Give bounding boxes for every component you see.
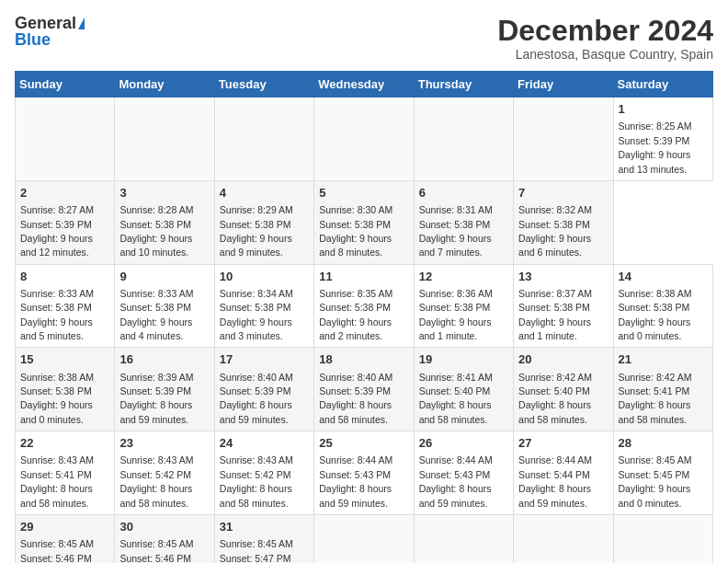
sunset-info: Sunset: 5:38 PM — [419, 302, 491, 313]
calendar-cell — [214, 98, 313, 181]
day-number: 29 — [20, 519, 109, 535]
calendar-cell — [414, 514, 513, 563]
daylight-info: Daylight: 9 hours and 9 minutes. — [220, 233, 292, 258]
day-of-week-header: Wednesday — [314, 72, 414, 98]
sunrise-info: Sunrise: 8:35 AM — [319, 288, 392, 299]
day-number: 5 — [319, 185, 408, 201]
daylight-info: Daylight: 8 hours and 58 minutes. — [319, 399, 392, 424]
day-number: 14 — [619, 269, 708, 285]
daylight-info: Daylight: 9 hours and 8 minutes. — [319, 233, 392, 258]
sunset-info: Sunset: 5:38 PM — [119, 302, 191, 313]
calendar-cell: 20 Sunrise: 8:42 AM Sunset: 5:40 PM Dayl… — [514, 348, 613, 431]
calendar-cell: 27 Sunrise: 8:44 AM Sunset: 5:44 PM Dayl… — [514, 431, 613, 515]
calendar-cell — [115, 98, 214, 181]
daylight-info: Daylight: 8 hours and 58 minutes. — [119, 483, 192, 508]
sunset-info: Sunset: 5:40 PM — [518, 385, 590, 396]
calendar-cell: 17 Sunrise: 8:40 AM Sunset: 5:39 PM Dayl… — [214, 348, 313, 431]
sunrise-info: Sunrise: 8:33 AM — [119, 288, 193, 299]
sunset-info: Sunset: 5:38 PM — [419, 219, 491, 230]
day-number: 11 — [319, 269, 408, 285]
daylight-info: Daylight: 9 hours and 13 minutes. — [619, 149, 691, 174]
day-number: 22 — [20, 435, 109, 452]
sunrise-info: Sunrise: 8:32 AM — [518, 204, 592, 215]
month-title: December 2024 — [497, 15, 713, 47]
sunrise-info: Sunrise: 8:42 AM — [518, 372, 592, 383]
sunset-info: Sunset: 5:38 PM — [518, 219, 590, 230]
calendar-cell: 12 Sunrise: 8:36 AM Sunset: 5:38 PM Dayl… — [414, 264, 513, 348]
calendar-cell: 16 Sunrise: 8:39 AM Sunset: 5:39 PM Dayl… — [115, 348, 214, 431]
calendar-cell: 3 Sunrise: 8:28 AM Sunset: 5:38 PM Dayli… — [115, 180, 214, 264]
daylight-info: Daylight: 9 hours and 12 minutes. — [20, 233, 93, 258]
calendar-cell — [16, 98, 115, 181]
day-number: 25 — [319, 435, 408, 452]
day-number: 10 — [220, 269, 309, 285]
sunrise-info: Sunrise: 8:44 AM — [419, 454, 493, 465]
calendar-cell: 21 Sunrise: 8:42 AM Sunset: 5:41 PM Dayl… — [613, 348, 712, 431]
calendar-cell — [514, 514, 613, 563]
sunset-info: Sunset: 5:42 PM — [119, 469, 191, 480]
sunrise-info: Sunrise: 8:38 AM — [619, 288, 692, 299]
logo: General Blue — [15, 15, 85, 48]
sunrise-info: Sunrise: 8:29 AM — [220, 204, 293, 215]
sunrise-info: Sunrise: 8:44 AM — [518, 454, 592, 465]
calendar-cell: 18 Sunrise: 8:40 AM Sunset: 5:39 PM Dayl… — [314, 348, 414, 431]
calendar-cell: 4 Sunrise: 8:29 AM Sunset: 5:38 PM Dayli… — [214, 180, 313, 264]
daylight-info: Daylight: 8 hours and 59 minutes. — [419, 483, 492, 508]
sunrise-info: Sunrise: 8:44 AM — [319, 454, 392, 465]
daylight-info: Daylight: 8 hours and 58 minutes. — [419, 399, 492, 424]
calendar-body: 1 Sunrise: 8:25 AM Sunset: 5:39 PM Dayli… — [16, 98, 713, 563]
calendar-cell: 5 Sunrise: 8:30 AM Sunset: 5:38 PM Dayli… — [314, 180, 414, 264]
calendar: SundayMondayTuesdayWednesdayThursdayFrid… — [15, 71, 713, 563]
daylight-info: Daylight: 8 hours and 59 minutes. — [119, 399, 192, 424]
calendar-cell: 31 Sunrise: 8:45 AM Sunset: 5:47 PM Dayl… — [214, 514, 313, 563]
day-number: 16 — [119, 351, 209, 368]
sunset-info: Sunset: 5:41 PM — [619, 385, 690, 396]
day-number: 21 — [619, 351, 708, 368]
sunrise-info: Sunrise: 8:36 AM — [419, 288, 493, 299]
sunrise-info: Sunrise: 8:34 AM — [220, 288, 293, 299]
calendar-week-row: 29 Sunrise: 8:45 AM Sunset: 5:46 PM Dayl… — [16, 514, 713, 563]
day-of-week-header: Monday — [115, 72, 214, 98]
calendar-header-row: SundayMondayTuesdayWednesdayThursdayFrid… — [16, 72, 713, 98]
calendar-cell: 2 Sunrise: 8:27 AM Sunset: 5:39 PM Dayli… — [16, 180, 115, 264]
sunrise-info: Sunrise: 8:43 AM — [119, 454, 193, 465]
daylight-info: Daylight: 9 hours and 5 minutes. — [20, 316, 93, 341]
calendar-cell: 24 Sunrise: 8:43 AM Sunset: 5:42 PM Dayl… — [214, 431, 313, 515]
sunrise-info: Sunrise: 8:45 AM — [619, 454, 692, 465]
calendar-cell: 26 Sunrise: 8:44 AM Sunset: 5:43 PM Dayl… — [414, 431, 513, 515]
calendar-cell: 13 Sunrise: 8:37 AM Sunset: 5:38 PM Dayl… — [514, 264, 613, 348]
day-number: 12 — [419, 269, 508, 285]
sunset-info: Sunset: 5:43 PM — [419, 469, 491, 480]
sunset-info: Sunset: 5:42 PM — [220, 469, 291, 480]
sunrise-info: Sunrise: 8:33 AM — [20, 288, 94, 299]
calendar-cell: 25 Sunrise: 8:44 AM Sunset: 5:43 PM Dayl… — [314, 431, 414, 515]
logo-general: General — [15, 15, 76, 31]
sunset-info: Sunset: 5:38 PM — [220, 219, 291, 230]
sunset-info: Sunset: 5:39 PM — [20, 219, 92, 230]
calendar-cell: 28 Sunrise: 8:45 AM Sunset: 5:45 PM Dayl… — [613, 431, 712, 515]
daylight-info: Daylight: 8 hours and 59 minutes. — [518, 483, 591, 508]
sunset-info: Sunset: 5:40 PM — [419, 385, 491, 396]
day-number: 15 — [20, 351, 109, 368]
calendar-cell — [514, 98, 613, 181]
daylight-info: Daylight: 9 hours and 4 minutes. — [119, 316, 192, 341]
calendar-cell: 23 Sunrise: 8:43 AM Sunset: 5:42 PM Dayl… — [115, 431, 214, 515]
sunrise-info: Sunrise: 8:42 AM — [619, 372, 692, 383]
logo-blue: Blue — [15, 31, 51, 48]
sunrise-info: Sunrise: 8:40 AM — [319, 372, 392, 383]
sunset-info: Sunset: 5:39 PM — [319, 385, 391, 396]
day-number: 9 — [119, 269, 209, 285]
sunset-info: Sunset: 5:38 PM — [319, 219, 391, 230]
calendar-cell: 1 Sunrise: 8:25 AM Sunset: 5:39 PM Dayli… — [613, 98, 712, 181]
sunset-info: Sunset: 5:38 PM — [518, 302, 590, 313]
day-number: 8 — [20, 269, 109, 285]
sunrise-info: Sunrise: 8:41 AM — [419, 372, 493, 383]
calendar-cell: 9 Sunrise: 8:33 AM Sunset: 5:38 PM Dayli… — [115, 264, 214, 348]
calendar-cell: 15 Sunrise: 8:38 AM Sunset: 5:38 PM Dayl… — [16, 348, 115, 431]
day-number: 19 — [419, 351, 508, 368]
daylight-info: Daylight: 9 hours and 0 minutes. — [20, 399, 93, 424]
day-number: 31 — [220, 519, 309, 535]
calendar-week-row: 8 Sunrise: 8:33 AM Sunset: 5:38 PM Dayli… — [16, 264, 713, 348]
sunset-info: Sunset: 5:45 PM — [619, 469, 690, 480]
day-number: 7 — [518, 185, 608, 201]
